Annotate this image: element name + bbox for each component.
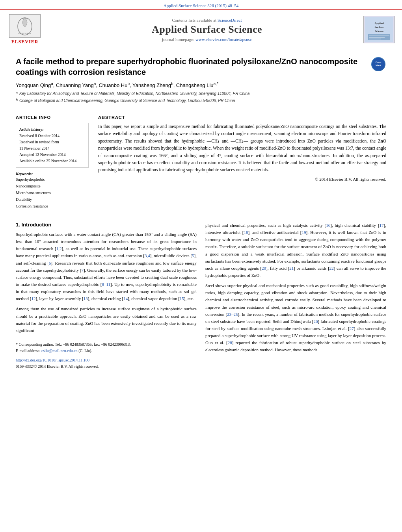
- svg-text:Surface: Surface: [375, 26, 384, 29]
- journal-title: Applied Surface Science: [50, 24, 363, 35]
- title-section: A facile method to prepare superhydropho…: [16, 56, 386, 78]
- affil-b-text: College of Biological and Chemical Engin…: [19, 98, 235, 104]
- info-abstract-section: ARTICLE INFO Article history: Received 8…: [16, 110, 386, 209]
- ref-8-11[interactable]: 8–11: [102, 282, 110, 287]
- body-right-col: physical and chemical properties, such a…: [205, 222, 386, 370]
- journal-reference[interactable]: Applied Surface Science 326 (2015) 48–54: [164, 3, 238, 8]
- author-qing: Yongquan Qinga,: [16, 82, 56, 88]
- keywords-list: Superhydrophobic Nanocomposite Micro/nan…: [16, 176, 89, 209]
- ref-6[interactable]: 6: [49, 261, 51, 265]
- body-section: 1. Introduction Superhydrophobic surface…: [16, 216, 386, 370]
- affiliation-a: a Key Laboratory for Anisotropy and Text…: [16, 91, 386, 97]
- intro-heading: 1. Introduction: [16, 222, 197, 228]
- ref-5[interactable]: 5: [192, 253, 194, 258]
- journal-header: ELSEVIER ELSEVIER Contents lists availab…: [0, 10, 402, 49]
- article-main: A facile method to prepare superhydropho…: [0, 49, 402, 378]
- history-label: Article history:: [19, 126, 85, 133]
- ref-17[interactable]: 17: [380, 223, 384, 228]
- affiliations: a Key Laboratory for Anisotropy and Text…: [16, 91, 386, 104]
- issn-line: 0169-4332/© 2014 Elsevier B.V. All right…: [16, 363, 197, 370]
- elsevier-logo-block: ELSEVIER ELSEVIER: [7, 14, 43, 45]
- body-left-col: 1. Introduction Superhydrophobic surface…: [16, 222, 197, 370]
- svg-text:Science: Science: [375, 30, 383, 33]
- intro-para-2: Among them the use of nanosized particle…: [16, 305, 197, 334]
- ref-27[interactable]: 27: [350, 326, 354, 331]
- email-link[interactable]: csliu@mail.neu.edu.cn: [41, 348, 78, 353]
- abstract-text: In this paper, we report a simple and in…: [98, 123, 386, 174]
- svg-text:Applied: Applied: [374, 22, 384, 25]
- doi-link[interactable]: http://dx.doi.org/10.1016/j.apsusc.2014.…: [16, 358, 89, 362]
- right-para-1: physical and chemical properties, such a…: [205, 222, 386, 279]
- history-line-2: Received in revised form: [19, 139, 85, 145]
- ref-28[interactable]: 28: [228, 340, 232, 345]
- ref-13[interactable]: 13: [84, 296, 88, 301]
- kw-4: Durability: [16, 196, 89, 203]
- history-line-5: Available online 25 November 2014: [19, 158, 85, 164]
- ref-19[interactable]: 19: [302, 230, 306, 235]
- affil-a-text: Key Laboratory for Anisotropy and Textur…: [19, 91, 249, 97]
- svg-text:Cross: Cross: [376, 61, 382, 63]
- homepage-line: journal homepage: www.elsevier.com/locat…: [50, 37, 363, 42]
- author-zheng: Yansheng Zhengb,: [132, 82, 176, 88]
- article-title: A facile method to prepare superhydropho…: [16, 56, 364, 78]
- email-label: E-mail address:: [16, 348, 40, 353]
- ref-3-4[interactable]: 3,4: [145, 253, 150, 258]
- sciencedirect-link[interactable]: ScienceDirect: [218, 18, 242, 22]
- author-hu: Chuanbo Hub,: [99, 82, 132, 88]
- kw-3: Micro/nano-structures: [16, 189, 89, 196]
- email-suffix: (C. Liu).: [78, 348, 92, 353]
- abstract-footer: © 2014 Elsevier B.V. All rights reserved…: [98, 177, 386, 182]
- email-line: E-mail address: csliu@mail.neu.edu.cn (C…: [16, 348, 197, 354]
- author-liu: Changsheng Liua,*: [176, 82, 218, 88]
- author-yang: Chuanning Yanga,: [56, 82, 99, 88]
- ref-7[interactable]: 7: [81, 268, 84, 272]
- article-info: ARTICLE INFO Article history: Received 8…: [16, 115, 89, 209]
- keywords-section: Keywords: Superhydrophobic Nanocomposite…: [16, 172, 89, 209]
- kw-2: Nanocomposite: [16, 183, 89, 189]
- authors-line: Yongquan Qinga, Chuanning Yanga, Chuanbo…: [16, 82, 386, 88]
- affiliation-b: b College of Biological and Chemical Eng…: [16, 98, 386, 104]
- ref-16[interactable]: 16: [326, 223, 330, 228]
- svg-text:ELSEVIER: ELSEVIER: [18, 32, 31, 35]
- crossmark: Cross Mark: [370, 56, 386, 72]
- abstract-title: ABSTRACT: [98, 115, 386, 120]
- ref-23-25[interactable]: 23–25: [227, 312, 238, 317]
- ref-22[interactable]: 22: [329, 266, 334, 271]
- footnote-section: * Corresponding author. Tel.: +86 024836…: [16, 338, 197, 370]
- elsevier-image: ELSEVIER: [9, 14, 41, 38]
- kw-5: Corrosion resistance: [16, 203, 89, 209]
- corresponding-text: * Corresponding author. Tel.: +86 024836…: [16, 342, 131, 347]
- intro-para-1: Superhydrophobic surfaces with a water c…: [16, 231, 197, 302]
- history-line-4: Accepted 12 November 2014: [19, 152, 85, 158]
- top-banner: Applied Surface Science 326 (2015) 48–54: [0, 0, 402, 10]
- contents-line: Contents lists available at ScienceDirec…: [50, 18, 363, 22]
- history-line-3: 11 November 2014: [19, 145, 85, 152]
- crossmark-icon: Cross Mark: [371, 57, 385, 71]
- keywords-label: Keywords:: [16, 172, 89, 176]
- abstract-column: ABSTRACT In this paper, we report a simp…: [98, 115, 386, 209]
- ref-26[interactable]: 26: [313, 319, 318, 324]
- history-line-1: Received 8 October 2014: [19, 133, 85, 139]
- journal-logo: Applied Surface Science: [363, 16, 395, 43]
- elsevier-label: ELSEVIER: [11, 39, 39, 45]
- doi-section: http://dx.doi.org/10.1016/j.apsusc.2014.…: [16, 357, 197, 363]
- kw-1: Superhydrophobic: [16, 176, 89, 183]
- corresponding-author: * Corresponding author. Tel.: +86 024836…: [16, 341, 197, 348]
- history-box: Article history: Received 8 October 2014…: [16, 123, 89, 168]
- svg-text:Mark: Mark: [376, 64, 382, 67]
- ref-15[interactable]: 15: [180, 296, 184, 301]
- ref-12[interactable]: 12: [31, 296, 35, 301]
- homepage-text: journal homepage:: [162, 37, 194, 42]
- article-info-title: ARTICLE INFO: [16, 115, 89, 120]
- homepage-url[interactable]: www.elsevier.com/locate/apsusc: [195, 37, 252, 42]
- ref-20[interactable]: 20: [262, 266, 266, 271]
- header-center: Contents lists available at ScienceDirec…: [50, 18, 363, 42]
- ref-1-2[interactable]: 1,2: [56, 246, 62, 251]
- right-para-2: Steel shows superior physical and mechan…: [205, 282, 386, 353]
- contents-text: Contents lists available at: [172, 18, 216, 22]
- ref-18[interactable]: 18: [244, 230, 248, 235]
- ref-21[interactable]: 21: [289, 266, 294, 271]
- ref-14[interactable]: 14: [123, 296, 128, 301]
